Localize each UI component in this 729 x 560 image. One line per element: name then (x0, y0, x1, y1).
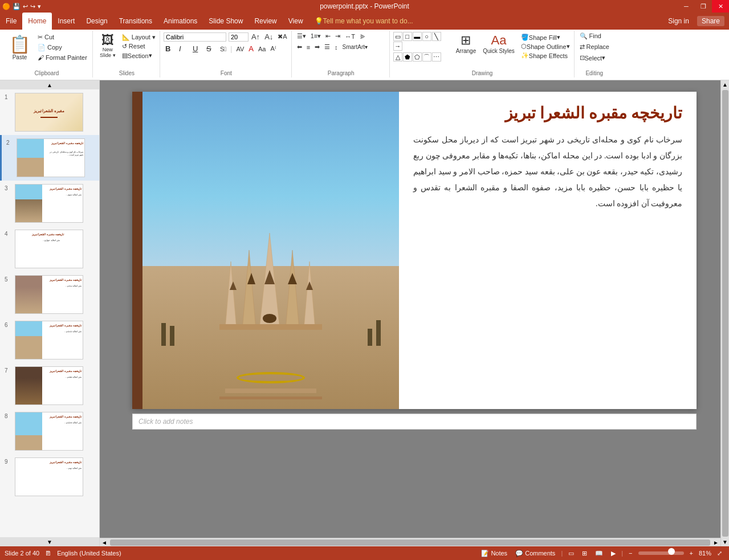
menu-animations[interactable]: Animations (158, 13, 203, 30)
slide-thumb-6[interactable]: 6 تاریخچه مقبره الشعرا تبریز متن اسلاید … (0, 317, 99, 363)
tell-me[interactable]: 💡 Tell me what you want to do... (309, 13, 419, 30)
normal-view-button[interactable]: ▭ (566, 549, 576, 558)
font-size-btn[interactable]: Aa (256, 45, 267, 53)
menu-home[interactable]: Home (22, 13, 52, 30)
panel-scroll-down[interactable]: ▼ (0, 537, 99, 546)
sign-in-button[interactable]: Sign in (662, 17, 695, 25)
comments-button[interactable]: 💬 Comments (513, 549, 557, 558)
quick-access-customize[interactable]: ▾ (38, 3, 41, 10)
restore-button[interactable]: ❐ (695, 0, 712, 13)
slide-thumb-7[interactable]: 7 تاریخچه مقبره الشعرا تبریز متن اسلاید … (0, 363, 99, 408)
notes-button[interactable]: 📝 Notes (479, 549, 510, 558)
scroll-left[interactable]: ◄ (100, 539, 109, 546)
text-highlight-button[interactable]: A⁽ (268, 44, 278, 53)
quick-styles-button[interactable]: Aa Quick Styles (480, 32, 517, 55)
zoom-thumb[interactable] (668, 548, 675, 555)
scroll-right[interactable]: ► (711, 539, 720, 546)
text-direction-button[interactable]: ↔T (343, 32, 357, 40)
shadow-button[interactable]: S⃝ (218, 45, 228, 53)
font-name-input[interactable] (164, 32, 226, 42)
menu-review[interactable]: Review (249, 13, 282, 30)
slide-thumb-4[interactable]: 4 تاریخچه مقبره الشعرا تبریز متن اسلاید … (0, 226, 99, 272)
zoom-in-button[interactable]: + (687, 549, 695, 557)
slide-thumb-1[interactable]: 1 مقبره الشعرا تبریز (0, 89, 99, 135)
strikethrough-button[interactable]: S (205, 44, 217, 54)
shape-rect3[interactable]: ▬ (413, 32, 422, 41)
shape-extra5[interactable]: ⋯ (432, 52, 441, 62)
menu-slideshow[interactable]: Slide Show (203, 13, 249, 30)
columns-button[interactable]: ⫸ (358, 32, 368, 40)
reading-view-button[interactable]: 📖 (593, 549, 605, 558)
slide-text-area[interactable]: تاریخچه مقبره الشعرا تبریز سرخاب نام کوی… (399, 92, 697, 409)
increase-indent-button[interactable]: ⇥ (333, 32, 342, 40)
new-slide-button[interactable]: 🖼 New Slide ▾ (96, 32, 119, 60)
shape-extra3[interactable]: ⬠ (413, 52, 422, 62)
share-button[interactable]: Share (697, 16, 724, 26)
smartart-button[interactable]: SmartArt▾ (341, 43, 369, 51)
numbering-button[interactable]: 1≡▾ (309, 32, 323, 40)
shape-arrow[interactable]: → (393, 42, 402, 51)
bullets-button[interactable]: ☰▾ (295, 32, 308, 40)
quick-access-undo[interactable]: ↩ (23, 3, 28, 10)
shape-effects-button[interactable]: ✨ Shape Effects (519, 51, 572, 60)
scroll-down[interactable]: ▼ (721, 538, 729, 546)
section-button[interactable]: ▤ Section ▾ (120, 51, 157, 60)
font-color-button[interactable]: A (247, 44, 255, 54)
slide-show-button[interactable]: ▶ (609, 549, 618, 558)
slide-thumb-8[interactable]: 8 تاریخچه مقبره الشعرا تبریز متن اسلاید … (0, 408, 99, 454)
fit-slide-button[interactable]: ⤢ (715, 549, 724, 558)
format-painter-button[interactable]: 🖌 Format Painter (36, 54, 89, 62)
underline-button[interactable]: U (191, 44, 203, 54)
shape-rect[interactable]: ▭ (393, 32, 402, 41)
bold-button[interactable]: B (164, 44, 176, 54)
find-button[interactable]: 🔍 Find (578, 32, 603, 40)
shape-line[interactable]: ╲ (432, 32, 441, 41)
decrease-indent-button[interactable]: ⇤ (324, 32, 332, 40)
reset-button[interactable]: ↺ Reset (120, 42, 157, 51)
align-left-button[interactable]: ⬅ (295, 43, 304, 51)
quick-access-redo[interactable]: ↪ (30, 3, 35, 10)
vertical-scrollbar[interactable]: ▲ ▼ (720, 80, 729, 546)
slide-sorter-button[interactable]: ⊞ (580, 549, 589, 558)
shape-extra2[interactable]: ⬟ (403, 52, 412, 62)
shape-outline-button[interactable]: ⬡ Shape Outline ▾ (519, 42, 572, 51)
italic-button[interactable]: I (177, 44, 190, 54)
paste-button[interactable]: 📋 Paste (5, 32, 35, 63)
replace-button[interactable]: ⇄ Replace (578, 43, 611, 51)
clear-format-button[interactable]: ✖A (276, 32, 288, 41)
scroll-thumb-h[interactable] (110, 539, 710, 546)
scroll-thumb-v[interactable] (722, 90, 728, 537)
cut-button[interactable]: ✂ Cut (36, 33, 89, 42)
menu-file[interactable]: File (0, 13, 22, 30)
minimize-button[interactable]: ─ (678, 0, 695, 13)
quick-access-save[interactable]: 💾 (13, 3, 21, 10)
menu-view[interactable]: View (283, 13, 309, 30)
char-spacing-button[interactable]: AV (234, 45, 246, 53)
slide-thumb-9[interactable]: 9 تاریخچه مقبره الشعرا تبریز متن اسلاید … (0, 454, 99, 500)
horizontal-scrollbar[interactable]: ◄ ► (100, 538, 720, 546)
decrease-font-button[interactable]: A↓ (263, 32, 275, 42)
arrange-button[interactable]: ⊞ Arrange (454, 32, 479, 55)
slide-canvas[interactable]: تاریخچه مقبره الشعرا تبریز سرخاب نام کوی… (132, 92, 697, 409)
center-button[interactable]: ≡ (305, 43, 312, 51)
shape-fill-button[interactable]: 🪣 Shape Fill ▾ (519, 33, 572, 42)
font-size-input[interactable] (229, 32, 249, 42)
menu-design[interactable]: Design (80, 13, 113, 30)
menu-insert[interactable]: Insert (52, 13, 80, 30)
slide-thumb-5[interactable]: 5 تاریخچه مقبره الشعرا تبریز متن اسلاید … (0, 272, 99, 317)
select-button[interactable]: ⊡ Select ▾ (578, 54, 608, 62)
close-button[interactable]: ✕ (712, 0, 729, 13)
slide-thumb-3[interactable]: 3 تاریخچه مقبره الشعرا تبریز متن اسلاید … (0, 181, 99, 226)
shape-extra1[interactable]: △ (393, 52, 402, 62)
scroll-up[interactable]: ▲ (721, 80, 729, 89)
layout-button[interactable]: 📐 Layout ▾ (120, 33, 157, 42)
copy-button[interactable]: 📄 Copy (36, 43, 89, 52)
zoom-out-button[interactable]: − (626, 549, 634, 557)
slide-thumb-2[interactable]: 2 تاریخچه مقبره الشعرا تبریز سرخاب نام ک… (0, 135, 99, 181)
shape-circle[interactable]: ○ (422, 32, 431, 41)
zoom-slider[interactable] (638, 551, 684, 555)
justify-button[interactable]: ☰ (323, 43, 332, 51)
shape-extra4[interactable]: ⌒ (422, 52, 431, 62)
line-spacing-button[interactable]: ↕ (333, 43, 340, 51)
panel-scroll-up[interactable]: ▲ (0, 80, 99, 89)
